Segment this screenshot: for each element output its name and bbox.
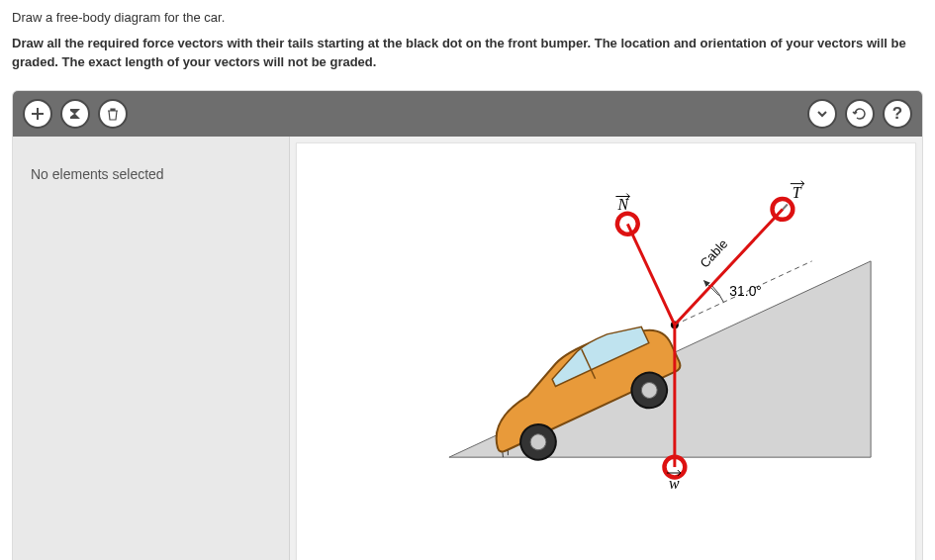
trash-button[interactable]: [98, 99, 128, 129]
add-button[interactable]: [23, 99, 52, 129]
reset-icon: [852, 106, 868, 122]
vector-T[interactable]: [675, 209, 783, 325]
instruction-line-2: Draw all the required force vectors with…: [12, 34, 923, 72]
drawing-widget: ? No elements selected: [12, 90, 923, 561]
reset-button[interactable]: [845, 99, 875, 129]
help-button[interactable]: ?: [883, 99, 912, 129]
plus-icon: [30, 106, 46, 122]
question-icon: ?: [892, 104, 902, 124]
svg-text:w: w: [669, 474, 680, 491]
cable-angle-pointer: [704, 280, 719, 295]
drawing-canvas[interactable]: 25.0° Cable: [296, 142, 916, 561]
instruction-line-1: Draw a free-body diagram for the car.: [12, 8, 923, 28]
trash-icon: [105, 106, 121, 122]
selection-status: No elements selected: [31, 166, 271, 182]
sigma-icon: [67, 106, 83, 122]
svg-text:T: T: [793, 183, 802, 200]
toolbar: ?: [13, 91, 922, 137]
vector-w-label: w: [667, 470, 681, 492]
chevron-down-icon: [814, 106, 830, 122]
cable-label: Cable: [697, 235, 730, 270]
editor-body: No elements selected: [13, 137, 922, 561]
diagram-svg: 25.0° Cable: [297, 143, 915, 561]
vector-N-label: N: [615, 193, 629, 213]
instructions-block: Draw a free-body diagram for the car. Dr…: [0, 0, 935, 90]
vector-N[interactable]: [627, 224, 675, 325]
cable-angle-label: 31.0°: [729, 282, 762, 298]
selection-sidebar: No elements selected: [13, 137, 290, 561]
vector-T-label: T: [791, 180, 804, 200]
dropdown-button[interactable]: [807, 99, 837, 129]
sum-button[interactable]: [60, 99, 90, 129]
